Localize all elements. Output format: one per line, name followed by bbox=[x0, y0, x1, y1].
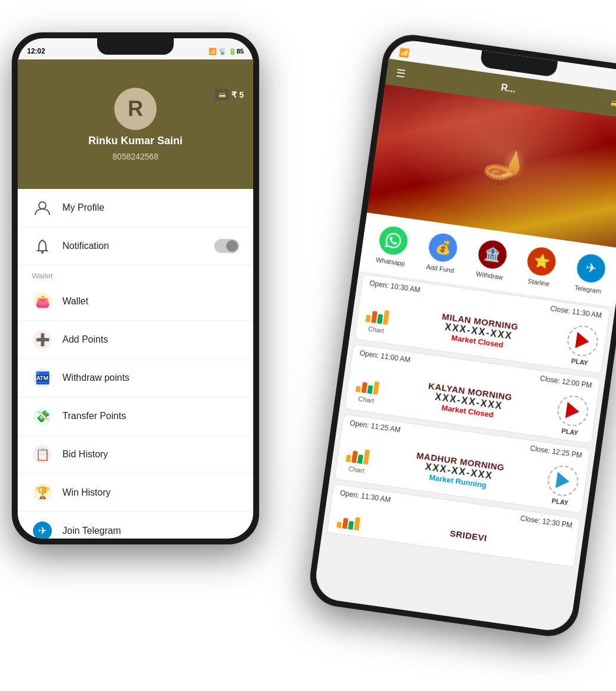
time-display: 12:02 bbox=[27, 47, 45, 55]
chart-icon-milan bbox=[364, 299, 393, 326]
add-points-label: Add Points bbox=[62, 334, 108, 345]
menu-item-withdraw[interactable]: 🏧 Withdraw points bbox=[18, 359, 253, 397]
withdraw-icon-wrap: 🏧 bbox=[32, 367, 53, 388]
play-col-milan: PLAY bbox=[564, 324, 600, 368]
play-triangle-milan bbox=[575, 332, 591, 350]
avatar: R bbox=[114, 88, 157, 130]
add-points-icon-wrap: ➕ bbox=[32, 329, 53, 350]
rupee-badge-left: 💳 ₹ 5 bbox=[215, 89, 244, 101]
win-history-label: Win History bbox=[62, 487, 111, 498]
menu-item-wallet[interactable]: 👛 Wallet bbox=[18, 283, 253, 321]
menu-item-add-points[interactable]: ➕ Add Points bbox=[18, 321, 253, 359]
play-btn-kalyan[interactable] bbox=[555, 394, 590, 428]
win-history-icon: 🏆 bbox=[33, 483, 52, 502]
chart-icon-madhur bbox=[345, 439, 373, 466]
play-btn-milan[interactable] bbox=[565, 324, 600, 358]
action-add-fund[interactable]: 💰 Add Fund bbox=[426, 232, 459, 274]
chart-btn-milan[interactable]: Chart bbox=[363, 299, 393, 335]
battery-icon: 🔋85 bbox=[228, 48, 244, 55]
menu-item-join-telegram[interactable]: ✈ Join Telegram bbox=[18, 512, 253, 539]
wallet-label: Wallet bbox=[62, 296, 88, 307]
chart-btn-kalyan[interactable]: Chart bbox=[353, 369, 383, 405]
telegram-action-icon: ✈ bbox=[575, 253, 607, 284]
add-fund-label: Add Fund bbox=[426, 263, 455, 274]
telegram-action-label: Telegram bbox=[574, 284, 601, 295]
bid-history-icon-wrap: 📋 bbox=[32, 444, 53, 465]
chart-icon-sridevi bbox=[335, 505, 364, 532]
svg-point-1 bbox=[41, 251, 44, 254]
right-phone: 📶 💳 ₹ 5 ☰ R... 💳 ₹ 5 🪔 bbox=[306, 31, 616, 640]
notification-toggle[interactable] bbox=[214, 239, 239, 253]
section-wallet: Wallet bbox=[18, 265, 253, 283]
profile-phone: 8058242568 bbox=[112, 152, 158, 161]
add-fund-icon: 💰 bbox=[427, 232, 459, 264]
right-phone-screen: 📶 💳 ₹ 5 ☰ R... 💳 ₹ 5 🪔 bbox=[313, 38, 616, 633]
menu-item-my-profile[interactable]: My Profile bbox=[18, 189, 253, 227]
action-withdraw[interactable]: 🏦 Withdraw bbox=[475, 238, 508, 281]
menu-item-bid-history[interactable]: 📋 Bid History bbox=[18, 436, 253, 474]
chart-btn-sridevi[interactable] bbox=[335, 505, 364, 532]
left-phone-screen: 12:02 📶 📡 🔋85 💳 ₹ 5 R Rinku Kumar Saini … bbox=[18, 38, 253, 539]
play-col-kalyan: PLAY bbox=[554, 394, 590, 438]
avatar-initial: R bbox=[128, 97, 143, 121]
bell-icon bbox=[34, 238, 51, 254]
status-icons: 📶 📡 🔋85 bbox=[208, 48, 244, 55]
header-rupee: 💳 ₹ 5 bbox=[610, 98, 616, 111]
withdraw-action-icon: 🏦 bbox=[476, 238, 508, 270]
join-telegram-label: Join Telegram bbox=[62, 526, 121, 536]
profile-name: Rinku Kumar Saini bbox=[88, 135, 183, 147]
chart-label-madhur: Chart bbox=[348, 465, 365, 474]
play-label-kalyan: PLAY bbox=[561, 427, 579, 437]
wallet-icon: 👛 bbox=[33, 292, 52, 311]
telegram-icon: ✈ bbox=[33, 521, 52, 539]
rupee-icon: 💳 bbox=[215, 89, 229, 101]
withdraw-action-label: Withdraw bbox=[476, 270, 504, 281]
transfer-icon-wrap: 💸 bbox=[32, 406, 53, 427]
starline-label: Starline bbox=[527, 277, 550, 287]
transfer-label: Transfer Points bbox=[62, 411, 126, 421]
chart-label-milan: Chart bbox=[368, 325, 385, 334]
notification-label: Notification bbox=[62, 241, 109, 251]
play-btn-madhur[interactable] bbox=[546, 464, 581, 499]
profile-icon-wrap bbox=[32, 197, 53, 218]
whatsapp-svg bbox=[385, 232, 402, 249]
withdraw-label: Withdraw points bbox=[62, 373, 130, 383]
wifi-icon-right: 📶 bbox=[399, 47, 410, 58]
svg-point-0 bbox=[39, 202, 46, 209]
my-profile-label: My Profile bbox=[62, 202, 104, 213]
win-history-icon-wrap: 🏆 bbox=[32, 482, 53, 503]
market-name-sridevi: SRIDEVI bbox=[449, 528, 488, 543]
header-title: R... bbox=[500, 82, 516, 95]
action-telegram[interactable]: ✈ Telegram bbox=[574, 253, 607, 295]
menu-container: My Profile Notification Wallet bbox=[18, 189, 253, 539]
bid-history-icon: 📋 bbox=[33, 445, 52, 464]
person-icon bbox=[34, 200, 51, 216]
whatsapp-label: Whatsapp bbox=[376, 256, 406, 267]
left-phone: 12:02 📶 📡 🔋85 💳 ₹ 5 R Rinku Kumar Saini … bbox=[12, 32, 259, 544]
toggle-knob bbox=[226, 240, 238, 252]
action-whatsapp[interactable]: Whatsapp bbox=[376, 225, 410, 267]
play-triangle-kalyan bbox=[565, 402, 581, 420]
profile-header: 💳 ₹ 5 R Rinku Kumar Saini 8058242568 bbox=[18, 59, 253, 189]
transfer-icon: 💸 bbox=[33, 407, 52, 426]
left-notch bbox=[97, 38, 174, 55]
hamburger-icon[interactable]: ☰ bbox=[395, 67, 406, 81]
play-triangle-madhur bbox=[555, 471, 571, 490]
menu-item-transfer[interactable]: 💸 Transfer Points bbox=[18, 397, 253, 436]
play-label-milan: PLAY bbox=[571, 357, 589, 367]
join-telegram-icon-wrap: ✈ bbox=[32, 520, 53, 539]
chart-label-kalyan: Chart bbox=[358, 395, 375, 404]
chart-icon-kalyan bbox=[354, 369, 383, 396]
menu-item-win-history[interactable]: 🏆 Win History bbox=[18, 474, 253, 512]
bid-history-label: Bid History bbox=[62, 449, 108, 460]
markets-container: Open: 10:30 AM Close: 11:30 AM Chart bbox=[313, 271, 615, 633]
withdraw-icon: 🏧 bbox=[33, 368, 52, 387]
signal-icon: 📡 bbox=[218, 48, 227, 55]
action-starline[interactable]: ⭐ Starline bbox=[524, 245, 558, 288]
wifi-icon: 📶 bbox=[208, 48, 217, 55]
play-col-madhur: PLAY bbox=[544, 464, 580, 508]
chart-btn-madhur[interactable]: Chart bbox=[343, 439, 373, 475]
starline-icon: ⭐ bbox=[526, 245, 558, 277]
notification-icon-wrap bbox=[32, 235, 53, 257]
menu-item-notification[interactable]: Notification bbox=[18, 227, 253, 265]
